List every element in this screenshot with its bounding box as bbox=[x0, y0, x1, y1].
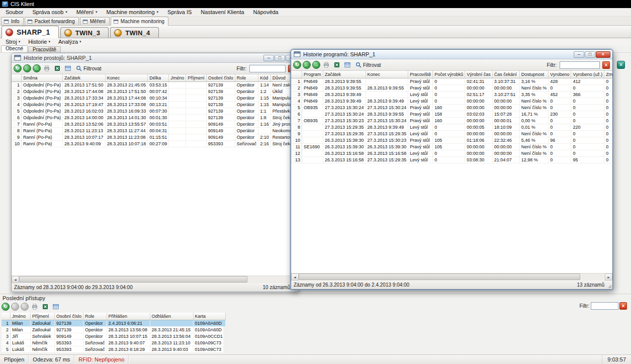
column-header[interactable]: Konec bbox=[366, 71, 409, 78]
print-button[interactable] bbox=[30, 303, 39, 311]
column-header[interactable]: Odhlášen bbox=[150, 313, 194, 320]
horizontal-scrollbar[interactable]: ◄ ► bbox=[12, 276, 298, 283]
app-titlebar[interactable]: CIS Klient bbox=[0, 0, 631, 8]
table-row[interactable]: 3JiříSehnálek909149Operátor28.3.2013 10:… bbox=[2, 333, 226, 340]
scroll-left-button[interactable]: ◄ bbox=[291, 274, 299, 281]
column-header[interactable]: Jméno bbox=[169, 74, 186, 82]
forward-button[interactable]: → bbox=[21, 303, 29, 311]
filter-input[interactable] bbox=[591, 302, 618, 310]
tab-info[interactable]: Info bbox=[1, 17, 24, 25]
horizontal-scrollbar[interactable]: ◄ ► bbox=[291, 273, 612, 281]
table-row[interactable]: 2MilanZatloukal927139Operátor28.3.2013 1… bbox=[2, 327, 226, 333]
scrollbar-thumb[interactable] bbox=[19, 276, 247, 283]
column-header[interactable]: Vyrobeno bbox=[549, 71, 571, 78]
export-excel-button[interactable] bbox=[53, 64, 62, 73]
table-row[interactable]: 827.3.2013 15:29:3528.3.2013 9:39:49Levý… bbox=[291, 124, 612, 131]
column-header[interactable]: Program bbox=[302, 71, 323, 78]
table-row[interactable]: 9Ranní (Po-Pa)28.3.2013 10:07:1728.3.201… bbox=[12, 134, 298, 141]
column-header[interactable]: Přihlášen bbox=[107, 313, 150, 320]
maximize-button[interactable]: □ bbox=[585, 51, 595, 58]
clear-filter-button[interactable]: × bbox=[602, 61, 610, 69]
column-header[interactable]: Dostupnost bbox=[520, 71, 549, 78]
table-view-button[interactable] bbox=[63, 64, 72, 73]
table-row[interactable]: 927.3.2013 15:29:3527.3.2013 15:29:35Lev… bbox=[291, 131, 612, 137]
minimize-button[interactable]: – bbox=[574, 51, 584, 58]
menu-analyza[interactable]: Analýza▾ bbox=[54, 39, 85, 45]
table-view-button[interactable] bbox=[51, 303, 60, 311]
scrollbar-thumb[interactable] bbox=[299, 274, 580, 280]
table-row[interactable]: 1PN84928.3.2013 9:39:55Pravý stůl002:41:… bbox=[291, 78, 612, 85]
table-row[interactable]: 5Odpolední (Po-Pa)28.3.2013 16:02:0328.3… bbox=[12, 108, 298, 115]
forward-button[interactable]: → bbox=[33, 64, 41, 72]
column-header[interactable]: Pracoviště bbox=[408, 71, 433, 78]
table-view-button[interactable] bbox=[343, 61, 352, 69]
menu-machine-monitoring[interactable]: Machine monitoring▾ bbox=[102, 9, 163, 16]
column-header[interactable]: Čas čekání bbox=[493, 71, 520, 78]
print-button[interactable] bbox=[322, 61, 331, 69]
tab-obecne[interactable]: Obecné bbox=[1, 45, 28, 52]
tab-pracoviste[interactable]: Pracoviště bbox=[28, 46, 61, 52]
menu-historie[interactable]: Historie▾ bbox=[24, 39, 54, 45]
resize-grip-icon[interactable]: ◢ bbox=[608, 284, 611, 289]
column-header[interactable] bbox=[12, 74, 22, 82]
table-row[interactable]: 5OB93527.3.2013 15:30:2427.3.2013 15:30:… bbox=[291, 105, 612, 111]
table-row[interactable]: 1MilanZatloukal927139Operátor2.4.2013 6:… bbox=[2, 320, 226, 327]
table-row[interactable]: 2Odpolední (Po-Pa)28.3.2013 17:44:0828.3… bbox=[12, 88, 298, 95]
window-titlebar[interactable]: Historie prostojů: SHARP_1 – □ × bbox=[12, 53, 298, 63]
tab-machine-monitoring[interactable]: Machine monitoring bbox=[111, 17, 168, 26]
table-row[interactable]: 1226.3.2013 15:16:5826.3.2013 15:16:58Le… bbox=[291, 150, 612, 157]
maximize-button[interactable]: □ bbox=[275, 55, 285, 61]
table-row[interactable]: 8Ranní (Po-Pa)28.3.2013 11:23:1328.3.201… bbox=[12, 128, 298, 134]
scroll-left-button[interactable]: ◄ bbox=[12, 276, 19, 283]
refresh-button[interactable]: ↻ bbox=[293, 61, 301, 69]
menu-napoveda[interactable]: Nápověda bbox=[249, 9, 283, 16]
table-row[interactable]: 5LukášNěmčík953393Seřizovač28.3.2013 8:1… bbox=[2, 346, 226, 353]
column-header[interactable]: Konec bbox=[106, 74, 148, 82]
column-header[interactable]: Délka bbox=[148, 74, 169, 82]
table-row[interactable]: 11SE169026.3.2013 15:39:3026.3.2013 15:3… bbox=[291, 144, 612, 150]
column-header[interactable]: Kód bbox=[258, 74, 271, 82]
close-button[interactable]: × bbox=[596, 51, 610, 58]
machine-tab-twin-3[interactable]: TWIN_3 bbox=[60, 27, 109, 38]
column-header[interactable]: Začátek bbox=[323, 71, 366, 78]
column-header[interactable]: Začátek bbox=[63, 74, 106, 82]
table-row[interactable]: 4LukášNěmčík953393Seřizovač28.3.2013 9:4… bbox=[2, 340, 226, 346]
column-header[interactable]: Směna bbox=[22, 74, 63, 82]
column-header[interactable]: Zmetky bbox=[604, 71, 612, 78]
refresh-button[interactable]: ↻ bbox=[14, 64, 22, 72]
minimize-button[interactable]: – bbox=[263, 55, 274, 61]
filtrovat-button[interactable]: Filtrovat bbox=[353, 61, 384, 68]
back-button[interactable]: ← bbox=[23, 64, 31, 72]
column-header[interactable]: Karta bbox=[194, 313, 226, 320]
column-header[interactable]: Výrobní čas bbox=[465, 71, 493, 78]
menu-sprava-is[interactable]: Správa IS bbox=[163, 9, 196, 16]
close-view-button[interactable]: × bbox=[617, 61, 625, 69]
table-row[interactable]: 7Ranní (Po-Pa)28.3.2013 13:52:0628.3.201… bbox=[12, 121, 298, 128]
menu-soubor[interactable]: Soubor bbox=[1, 9, 28, 16]
column-header[interactable]: Osobní číslo bbox=[207, 74, 235, 82]
table-row[interactable]: 7OB93527.3.2013 15:30:2327.3.2013 15:30:… bbox=[291, 118, 612, 124]
column-header[interactable]: Příjmení bbox=[31, 313, 55, 320]
table-row[interactable]: 3Odpolední (Po-Pa)28.3.2013 17:33:3428.3… bbox=[12, 95, 298, 102]
table-row[interactable]: 1Odpolední (Po-Pa)28.3.2013 17:51:5028.3… bbox=[12, 82, 298, 88]
machine-tab-twin-4[interactable]: TWIN_4 bbox=[110, 27, 158, 38]
column-header[interactable]: Počet výrobků bbox=[433, 71, 465, 78]
filtrovat-button[interactable]: Filtrovat bbox=[74, 65, 105, 72]
scrollbar-track[interactable] bbox=[19, 276, 291, 283]
table-row[interactable]: 4PN84928.3.2013 9:39:4928.3.2013 9:39:49… bbox=[291, 98, 612, 105]
column-header[interactable]: Role bbox=[235, 74, 259, 82]
column-header[interactable] bbox=[2, 313, 11, 320]
menu-nastaveni-klienta[interactable]: Nastavení Klienta bbox=[196, 9, 248, 16]
export-excel-button[interactable] bbox=[41, 303, 50, 311]
back-button[interactable]: ← bbox=[303, 61, 311, 69]
tab-mereni[interactable]: Měření bbox=[80, 17, 110, 25]
scrollbar-track[interactable] bbox=[299, 274, 605, 281]
table-row[interactable]: 10Ranní (Po-Pa)28.3.2013 9:40:0928.3.201… bbox=[12, 141, 298, 147]
column-header[interactable]: Vyrobeno (už.) bbox=[571, 71, 604, 78]
menu-stroj[interactable]: Stroj▾ bbox=[2, 39, 24, 45]
refresh-button[interactable]: ↻ bbox=[2, 303, 10, 311]
forward-button[interactable]: → bbox=[312, 61, 320, 69]
machine-tab-sharp-1[interactable]: SHARP_1 bbox=[2, 26, 59, 38]
table-row[interactable]: 6Odpolední (Po-Pa)28.3.2013 14:00:0028.3… bbox=[12, 115, 298, 121]
column-header[interactable]: Role bbox=[83, 313, 107, 320]
